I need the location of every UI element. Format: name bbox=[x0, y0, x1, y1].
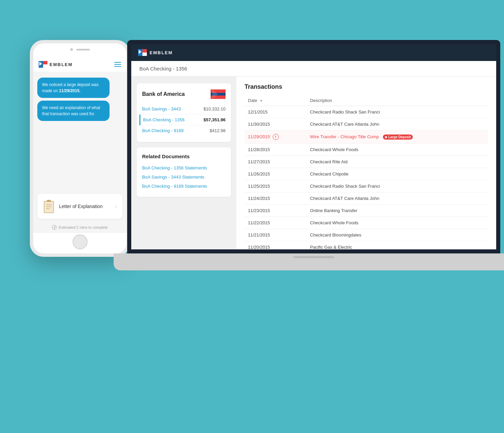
table-row: 11/28/2015Checkcard Whole Foods bbox=[245, 144, 488, 156]
right-panel: Transactions Date ▼ Description bbox=[236, 77, 496, 249]
transaction-date: 11/26/2015 bbox=[245, 168, 307, 180]
table-row: 11/27/2015Checkcard Rite Aid bbox=[245, 156, 488, 168]
alert-badge: Large Deposit bbox=[383, 135, 413, 140]
related-doc-link[interactable]: BoA Savings - 3443 Statements bbox=[142, 172, 226, 182]
breadcrumb: BoA Checking - 1356 bbox=[131, 61, 496, 77]
laptop-emblem-flag-icon bbox=[138, 49, 147, 56]
table-row: 11/29/2015 !Wire Transfer - Chicago Titl… bbox=[245, 130, 488, 144]
phone-speaker bbox=[76, 49, 90, 50]
phone-logo: EMBLEM bbox=[39, 61, 73, 68]
doc-card-label: Letter of Explanation bbox=[59, 204, 111, 209]
transaction-date: 11/22/2015 bbox=[245, 217, 307, 229]
transactions-title: Transactions bbox=[245, 83, 488, 90]
transaction-description: Checkcard AT&T Care Atlanta John bbox=[307, 118, 488, 130]
emblem-flag-icon bbox=[39, 61, 47, 68]
boa-logo-icon bbox=[211, 89, 226, 99]
boa-logo bbox=[211, 89, 226, 99]
transaction-description: Online Banking Transfer bbox=[307, 205, 488, 217]
account-balance: $412.98 bbox=[210, 128, 226, 133]
transaction-date: 11/20/2015 bbox=[245, 241, 307, 250]
transaction-description: Checkcard Radio Shack San Franci bbox=[307, 106, 488, 118]
description-column-header: Description bbox=[307, 95, 488, 106]
account-row[interactable]: BoA Savings - 3443 $10,332.10 bbox=[142, 104, 226, 115]
table-row: 11/24/2015Checkcard AT&T Care Atlanta Jo… bbox=[245, 192, 488, 205]
account-row[interactable]: BoA Checking - 9189 $412.98 bbox=[142, 125, 226, 136]
estimated-time-label: Estimated 2 mins to complete bbox=[59, 225, 108, 229]
transaction-description: Checkcard Whole Foods bbox=[307, 144, 488, 156]
table-row: 11/21/2015Checkcard Bloomingdales bbox=[245, 229, 488, 241]
phone-doc-card[interactable]: Letter of Explanation › bbox=[37, 194, 122, 219]
transaction-description: Checkcard Radio Shack San Franci bbox=[307, 180, 488, 192]
transaction-description: Checkcard Rite Aid bbox=[307, 156, 488, 168]
transactions-table: Date ▼ Description 12/1/2015Checkcard Ra… bbox=[245, 95, 488, 249]
table-row: 11/25/2015Checkcard Radio Shack San Fran… bbox=[245, 180, 488, 192]
related-docs-title: Related Documents bbox=[142, 153, 226, 159]
sort-arrow-icon: ▼ bbox=[259, 99, 263, 103]
account-name: BoA Checking - 9189 bbox=[142, 128, 183, 133]
laptop-titlebar: EMBLEM bbox=[131, 44, 496, 61]
phone-home-button[interactable] bbox=[73, 234, 88, 249]
phone-frame: EMBLEM We noticed a large deposit was ma… bbox=[30, 40, 130, 257]
related-doc-link[interactable]: BoA Checking - 1356 Statements bbox=[142, 163, 226, 172]
alert-circle-icon: ! bbox=[273, 134, 279, 140]
table-row: 11/20/2015Pacific Gas & Electric bbox=[245, 241, 488, 250]
phone-footer: Estimated 2 mins to complete bbox=[33, 222, 127, 233]
account-balance: $57,351.96 bbox=[203, 117, 226, 122]
chat-bubble-1: We noticed a large deposit was made on 1… bbox=[37, 78, 110, 98]
transaction-date: 11/30/2015 bbox=[245, 118, 307, 130]
related-docs-card: Related Documents BoA Checking - 1356 St… bbox=[137, 147, 231, 197]
account-name: BoA Checking - 1356 bbox=[143, 117, 185, 122]
transaction-description: Pacific Gas & Electric bbox=[307, 241, 488, 250]
phone-chat-area: We noticed a large deposit was made on 1… bbox=[33, 72, 127, 191]
svg-rect-4 bbox=[44, 201, 54, 213]
svg-rect-10 bbox=[142, 49, 147, 53]
transaction-date: 11/24/2015 bbox=[245, 192, 307, 205]
chat-bubble-2: We need an explanation of what that tran… bbox=[37, 101, 110, 121]
hamburger-menu-icon[interactable] bbox=[114, 62, 121, 67]
account-name: BoA Savings - 3443 bbox=[142, 106, 181, 111]
bank-card-header: Bank of America bbox=[142, 89, 226, 99]
transaction-date: 11/28/2015 bbox=[245, 144, 307, 156]
laptop-screen: EMBLEM BoA Checking - 1356 Bank of Ameri… bbox=[127, 40, 500, 253]
laptop-base bbox=[114, 253, 504, 270]
phone-header: EMBLEM bbox=[33, 57, 127, 72]
transaction-date: 11/21/2015 bbox=[245, 229, 307, 241]
transaction-date: 11/23/2015 bbox=[245, 205, 307, 217]
account-balance: $10,332.10 bbox=[203, 106, 226, 111]
laptop-main-area: Bank of America bbox=[131, 77, 496, 249]
accounts-list: BoA Savings - 3443 $10,332.10 BoA Checki… bbox=[142, 104, 226, 136]
left-panel: Bank of America bbox=[131, 77, 236, 249]
transaction-date: 11/25/2015 bbox=[245, 180, 307, 192]
related-doc-link[interactable]: BoA Checking - 9189 Statements bbox=[142, 182, 226, 191]
transaction-date: 11/29/2015 ! bbox=[245, 130, 307, 144]
account-row[interactable]: BoA Checking - 1356 $57,351.96 bbox=[139, 115, 226, 125]
chevron-right-icon: › bbox=[115, 203, 117, 209]
date-column-header[interactable]: Date ▼ bbox=[245, 95, 307, 106]
transaction-description: Checkcard Whole Foods bbox=[307, 217, 488, 229]
transaction-date: 12/1/2015 bbox=[245, 106, 307, 118]
transactions-body: 12/1/2015Checkcard Radio Shack San Franc… bbox=[245, 106, 488, 250]
transaction-description: Checkcard Chipotle bbox=[307, 168, 488, 180]
related-docs-list: BoA Checking - 1356 StatementsBoA Saving… bbox=[142, 163, 226, 191]
laptop-device: EMBLEM BoA Checking - 1356 Bank of Ameri… bbox=[127, 40, 500, 270]
laptop-screen-inner: EMBLEM BoA Checking - 1356 Bank of Ameri… bbox=[131, 44, 496, 249]
clipboard-icon bbox=[43, 199, 55, 213]
laptop-app-name: EMBLEM bbox=[150, 50, 173, 55]
table-row: 11/30/2015Checkcard AT&T Care Atlanta Jo… bbox=[245, 118, 488, 130]
transaction-description: Checkcard AT&T Care Atlanta John bbox=[307, 192, 488, 205]
table-row: 11/22/2015Checkcard Whole Foods bbox=[245, 217, 488, 229]
bank-card: Bank of America bbox=[137, 83, 231, 142]
bank-name: Bank of America bbox=[142, 91, 185, 97]
phone-top-bar bbox=[70, 48, 90, 51]
table-row: 11/26/2015Checkcard Chipotle bbox=[245, 168, 488, 180]
svg-rect-11 bbox=[142, 53, 147, 56]
phone-content: EMBLEM We noticed a large deposit was ma… bbox=[33, 57, 127, 233]
transaction-description: Checkcard Bloomingdales bbox=[307, 229, 488, 241]
clock-icon bbox=[52, 225, 57, 230]
laptop-content: BoA Checking - 1356 Bank of America bbox=[131, 61, 496, 249]
transaction-description: Wire Transfer - Chicago Title Comp Large… bbox=[307, 130, 488, 144]
phone-device: EMBLEM We noticed a large deposit was ma… bbox=[30, 40, 130, 257]
svg-rect-1 bbox=[43, 61, 47, 64]
phone-camera bbox=[70, 48, 73, 51]
svg-rect-2 bbox=[43, 64, 47, 68]
